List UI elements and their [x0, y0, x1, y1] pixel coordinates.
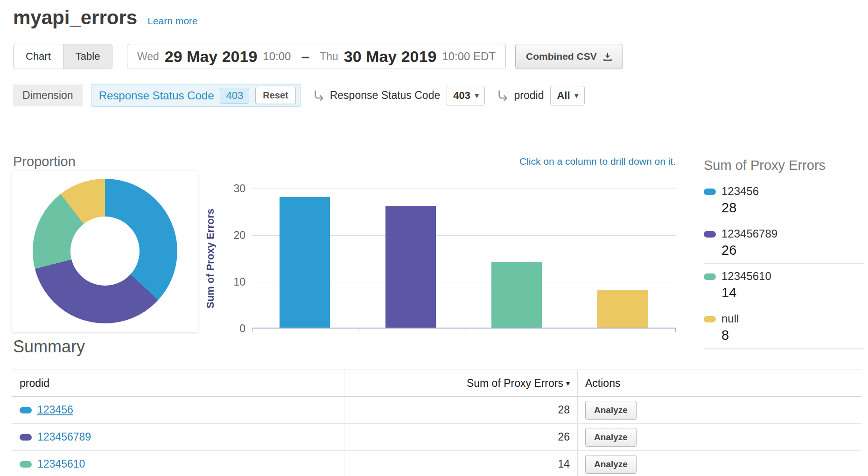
x-axis-tick — [675, 329, 676, 332]
legend-label: 123456 — [721, 185, 759, 197]
date-range-separator: – — [301, 48, 309, 65]
legend-swatch — [704, 231, 716, 238]
x-axis-tick — [570, 329, 570, 332]
legend-item: null 8 — [704, 306, 864, 349]
csv-button-label: Combined CSV — [526, 51, 597, 62]
bar[interactable] — [280, 197, 330, 328]
column-header-actions: Actions — [585, 377, 620, 390]
legend-swatch — [704, 273, 716, 280]
y-tick-0: 0 — [217, 323, 245, 334]
donut-chart[interactable] — [33, 179, 177, 323]
reset-button[interactable]: Reset — [255, 87, 295, 104]
chevron-down-icon: ▾ — [475, 91, 479, 100]
start-time: 10:00 — [263, 50, 291, 63]
legend-item: 123456789 26 — [704, 221, 864, 264]
y-tick-10: 10 — [217, 276, 245, 287]
end-date: 30 May 2019 — [344, 48, 437, 66]
summary-table: prodid Sum of Proxy Errors▾ Actions 1234… — [12, 370, 861, 476]
legend-swatch — [704, 316, 716, 322]
controls-row: Chart Table Wed 29 May 2019 10:00 – Thu … — [13, 44, 853, 70]
tab-chart[interactable]: Chart — [14, 44, 63, 69]
prodid-link[interactable]: 123456789 — [37, 431, 91, 443]
gridline — [252, 189, 676, 189]
prodid-link[interactable]: 12345610 — [37, 458, 85, 470]
drilldown-arrow-icon — [497, 90, 509, 102]
row-swatch — [20, 407, 32, 413]
legend-label: 12345610 — [721, 270, 771, 282]
date-range-picker[interactable]: Wed 29 May 2019 10:00 – Thu 30 May 2019 … — [127, 44, 506, 69]
chart-legend: Sum of Proxy Errors 123456 28 123456789 … — [704, 158, 864, 349]
proportion-card — [12, 171, 198, 332]
combined-csv-button[interactable]: Combined CSV — [515, 44, 623, 69]
drilldown-2-label: prodid — [514, 89, 544, 102]
prodid-link[interactable]: 123456 — [37, 404, 73, 416]
y-tick-30: 30 — [217, 183, 245, 194]
legend-label: null — [721, 312, 739, 325]
start-date: 29 May 2019 — [165, 48, 258, 66]
analyze-button[interactable]: Analyze — [585, 428, 637, 447]
chevron-down-icon: ▾ — [575, 91, 579, 100]
legend-value: 14 — [721, 285, 864, 301]
sort-desc-icon: ▾ — [566, 379, 570, 388]
drilldown-1-select[interactable]: 403 ▾ — [447, 86, 485, 105]
donut-hole — [70, 217, 140, 286]
drilldown-arrow-icon — [313, 90, 325, 102]
drilldown-2-value: All — [557, 90, 570, 102]
legend-swatch — [704, 189, 716, 195]
bar[interactable] — [491, 262, 542, 328]
legend-item: 123456 28 — [704, 179, 864, 221]
table-header-row: prodid Sum of Proxy Errors▾ Actions — [12, 370, 861, 397]
x-axis-tick — [464, 329, 464, 332]
active-filter: Response Status Code 403 Reset — [91, 84, 301, 107]
row-swatch — [20, 434, 32, 441]
legend-title: Sum of Proxy Errors — [704, 158, 864, 173]
analyze-button[interactable]: Analyze — [585, 455, 637, 474]
legend-label: 123456789 — [721, 227, 777, 240]
table-row: 123456789 26 Analyze — [12, 424, 861, 451]
proportion-title: Proportion — [13, 154, 76, 169]
column-header-sum[interactable]: Sum of Proxy Errors▾ — [344, 370, 578, 396]
active-filter-value-chip: 403 — [220, 88, 249, 104]
filters-row: Dimension Response Status Code 403 Reset… — [13, 84, 585, 107]
y-tick-20: 20 — [217, 230, 245, 241]
row-value: 26 — [558, 431, 570, 443]
download-icon — [603, 52, 612, 61]
start-day: Wed — [137, 50, 159, 63]
view-toggle: Chart Table — [13, 44, 112, 69]
end-day: Thu — [320, 50, 338, 63]
dimension-label: Dimension — [13, 84, 83, 106]
end-time: 10:00 EDT — [442, 50, 496, 63]
drilldown-1-label: Response Status Code — [330, 89, 441, 102]
x-axis-tick — [252, 329, 252, 332]
bar[interactable] — [385, 206, 436, 328]
legend-value: 28 — [721, 200, 864, 216]
legend-item: 12345610 14 — [704, 264, 864, 306]
y-axis-label: Sum of Proxy Errors — [204, 189, 217, 329]
tab-table[interactable]: Table — [63, 44, 112, 69]
row-value: 14 — [558, 458, 570, 470]
page-header: myapi_errors Learn more — [13, 7, 198, 29]
active-filter-name: Response Status Code — [99, 89, 214, 102]
learn-more-link[interactable]: Learn more — [147, 15, 197, 27]
table-row: 12345610 14 Analyze — [12, 451, 861, 476]
drilldown-2-select[interactable]: All ▾ — [550, 86, 585, 105]
x-axis-tick — [358, 329, 358, 332]
column-header-prodid: prodid — [20, 377, 49, 390]
summary-title: Summary — [13, 337, 85, 357]
row-swatch — [20, 461, 32, 468]
page-title: myapi_errors — [13, 7, 137, 29]
drilldown-1-value: 403 — [453, 90, 470, 102]
drilldown-hint: Click on a column to drill down on it. — [252, 156, 676, 167]
bar-chart — [252, 189, 676, 329]
analyze-button[interactable]: Analyze — [585, 401, 637, 420]
row-value: 28 — [558, 404, 570, 416]
legend-value: 26 — [721, 243, 864, 258]
bar[interactable] — [597, 290, 648, 328]
legend-value: 8 — [721, 328, 864, 343]
table-row: 123456 28 Analyze — [12, 397, 861, 424]
